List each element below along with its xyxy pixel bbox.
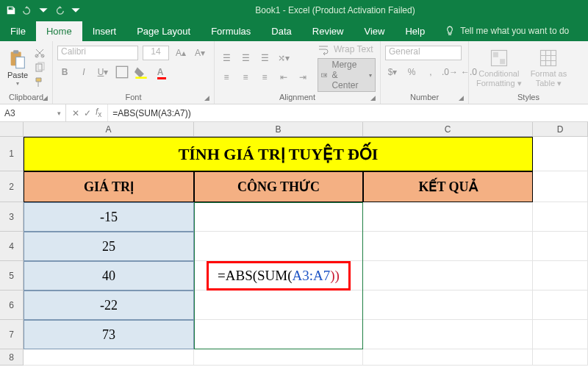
- cut-icon[interactable]: [34, 47, 46, 59]
- currency-icon[interactable]: $▾: [385, 65, 400, 79]
- launcher-icon[interactable]: ◢: [459, 94, 464, 101]
- launcher-icon[interactable]: ◢: [43, 94, 48, 101]
- fill-color-button[interactable]: [134, 65, 148, 79]
- row-header-7[interactable]: 7: [0, 320, 24, 349]
- worksheet[interactable]: ABCD 12345678 TÍNH GIÁ TRỊ TUYỆT ĐỐI GIÁ…: [0, 122, 588, 392]
- bulb-icon: [444, 25, 456, 37]
- cell-a7[interactable]: 73: [24, 320, 194, 349]
- svg-rect-8: [135, 76, 146, 79]
- row-header-6[interactable]: 6: [0, 291, 24, 320]
- save-icon[interactable]: [4, 4, 18, 17]
- paste-icon: [7, 49, 28, 70]
- select-all-corner[interactable]: [0, 122, 24, 137]
- font-size-select[interactable]: 14: [143, 46, 169, 60]
- italic-button[interactable]: I: [76, 65, 91, 79]
- qat-customize-icon[interactable]: [69, 4, 82, 17]
- cell-a5[interactable]: 40: [24, 261, 194, 291]
- row-header-5[interactable]: 5: [0, 261, 24, 291]
- decrease-indent-icon[interactable]: ⇤: [276, 70, 291, 85]
- fx-icon[interactable]: fx: [96, 107, 101, 118]
- conditional-formatting-icon: [489, 48, 509, 68]
- bold-button[interactable]: B: [57, 65, 72, 79]
- font-name-select[interactable]: Calibri: [57, 46, 138, 60]
- tab-home[interactable]: Home: [36, 21, 82, 41]
- tell-me-label: Tell me what you want to do: [460, 26, 569, 36]
- undo-icon[interactable]: [21, 4, 34, 17]
- tab-view[interactable]: View: [354, 21, 395, 41]
- cell-a4[interactable]: 25: [24, 232, 194, 261]
- row-header-4[interactable]: 4: [0, 232, 24, 261]
- row-header-2[interactable]: 2: [0, 171, 24, 202]
- column-header-c[interactable]: C: [363, 122, 533, 137]
- border-button[interactable]: [115, 65, 129, 79]
- formula-display-cell[interactable]: =ABS(SUM(A3:A7)): [194, 202, 363, 349]
- row-header-8[interactable]: 8: [0, 349, 24, 366]
- tab-insert[interactable]: Insert: [82, 21, 127, 41]
- tell-me[interactable]: Tell me what you want to do: [435, 21, 578, 41]
- title-cell[interactable]: TÍNH GIÁ TRỊ TUYỆT ĐỐI: [24, 137, 533, 171]
- font-color-button[interactable]: A: [153, 65, 168, 79]
- tab-formulas[interactable]: Formulas: [201, 21, 261, 41]
- number-format-select[interactable]: General: [385, 46, 462, 60]
- name-box[interactable]: A3 ▾: [0, 104, 66, 121]
- dropdown-icon[interactable]: [37, 4, 50, 17]
- launcher-icon[interactable]: ◢: [204, 94, 209, 101]
- cell-a3[interactable]: -15: [24, 202, 194, 232]
- row-header-1[interactable]: 1: [0, 137, 24, 171]
- svg-rect-12: [500, 59, 505, 64]
- format-as-table-button[interactable]: Format as Table ▾: [528, 46, 570, 90]
- header-value[interactable]: GIÁ TRỊ: [24, 171, 194, 202]
- format-painter-icon[interactable]: [34, 76, 46, 88]
- paste-button[interactable]: Paste ▾: [4, 48, 31, 88]
- align-left-icon[interactable]: ≡: [219, 70, 234, 85]
- align-center-icon[interactable]: ≡: [238, 70, 253, 85]
- comma-icon[interactable]: ,: [423, 65, 438, 79]
- svg-rect-11: [493, 51, 498, 57]
- decrease-font-icon[interactable]: A▾: [193, 46, 207, 60]
- percent-icon[interactable]: %: [404, 65, 419, 79]
- window-title: Book1 - Excel (Product Activation Failed…: [82, 5, 588, 15]
- wrap-text-label: Wrap Text: [334, 44, 373, 54]
- group-clipboard: Paste ▾ Clipboard◢: [0, 41, 53, 104]
- tab-file[interactable]: File: [0, 21, 36, 41]
- orientation-icon[interactable]: ⤭▾: [276, 51, 291, 65]
- copy-icon[interactable]: [34, 62, 46, 74]
- enter-icon[interactable]: ✓: [84, 108, 91, 118]
- column-header-a[interactable]: A: [24, 122, 194, 137]
- align-bottom-icon[interactable]: ☰: [257, 51, 272, 65]
- increase-font-icon[interactable]: A▴: [173, 46, 188, 60]
- wrap-text-button[interactable]: Wrap Text: [318, 43, 376, 55]
- dropdown-icon[interactable]: ▾: [57, 110, 61, 117]
- tab-review[interactable]: Review: [302, 21, 354, 41]
- header-result[interactable]: KẾT QUẢ: [363, 171, 533, 202]
- formula-bar-value: =ABS(SUM(A3:A7)): [112, 108, 190, 118]
- cell-a6[interactable]: -22: [24, 291, 194, 320]
- header-formula[interactable]: CÔNG THỨC: [194, 171, 363, 202]
- group-alignment-label: Alignment: [279, 93, 315, 101]
- group-alignment: ☰ ☰ ☰ ⤭▾ ≡ ≡ ≡ ⇤ ⇥ Wrap Text: [215, 41, 381, 104]
- conditional-formatting-button[interactable]: Conditional Formatting ▾: [473, 46, 525, 90]
- formula-display-box: =ABS(SUM(A3:A7)): [207, 261, 351, 291]
- underline-button[interactable]: U▾: [96, 65, 110, 79]
- group-clipboard-label: Clipboard: [9, 93, 43, 101]
- launcher-icon[interactable]: ◢: [370, 94, 376, 101]
- align-middle-icon[interactable]: ☰: [238, 51, 253, 65]
- tab-data[interactable]: Data: [261, 21, 301, 41]
- tab-help[interactable]: Help: [395, 21, 435, 41]
- cancel-icon[interactable]: ✕: [72, 108, 79, 118]
- align-top-icon[interactable]: ☰: [219, 51, 234, 65]
- increase-indent-icon[interactable]: ⇥: [295, 70, 310, 85]
- redo-icon[interactable]: [53, 4, 66, 17]
- formula-bar[interactable]: =ABS(SUM(A3:A7)): [107, 104, 588, 121]
- group-number-label: Number: [410, 93, 439, 101]
- merge-center-button[interactable]: Merge & Center ▾: [318, 58, 376, 92]
- tab-page-layout[interactable]: Page Layout: [126, 21, 201, 41]
- ribbon-tabs: File Home Insert Page Layout Formulas Da…: [0, 21, 588, 41]
- row-header-3[interactable]: 3: [0, 202, 24, 232]
- align-right-icon[interactable]: ≡: [257, 70, 272, 85]
- group-font-label: Font: [125, 93, 141, 101]
- column-header-d[interactable]: D: [533, 122, 588, 137]
- column-header-b[interactable]: B: [194, 122, 363, 137]
- increase-decimal-icon[interactable]: .0→: [442, 65, 457, 79]
- wrap-text-icon: [318, 43, 329, 55]
